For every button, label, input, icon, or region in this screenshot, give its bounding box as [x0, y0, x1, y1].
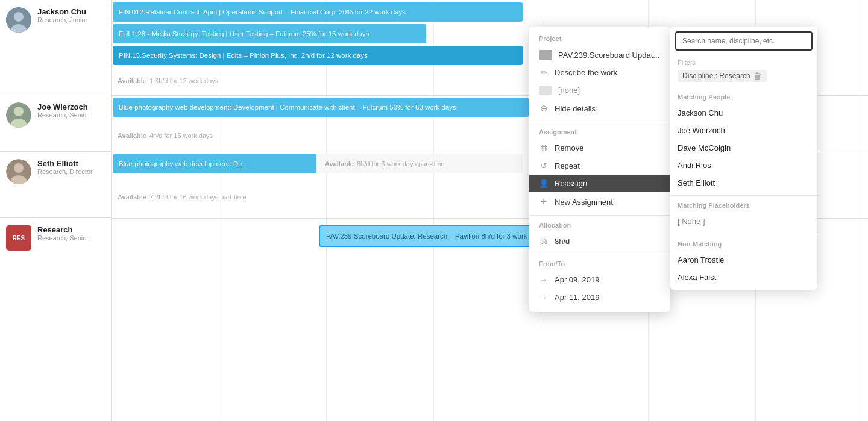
seth-row-blue[interactable]: Blue photography web development: De... — [113, 154, 316, 173]
person-name-jackson: Jackson Chu — [37, 7, 87, 16]
menu-item-describe[interactable]: ✏ Describe the work — [529, 64, 670, 81]
menu-section-project: Project PAV.239.Scoreboard Updat... ✏ De… — [529, 27, 670, 120]
menu-item-project-name[interactable]: PAV.239.Scoreboard Updat... — [529, 46, 670, 64]
non-matching-label: Non-Matching — [670, 238, 817, 251]
svg-point-7 — [14, 163, 24, 173]
menu-label-allocation: 8h/d — [555, 237, 570, 246]
person-icon: 👤 — [539, 179, 549, 188]
non-matching-section: Non-Matching Aaron Trostle Alexa Faist — [670, 234, 817, 290]
menu-divider-2 — [529, 215, 670, 216]
available-label-seth-inline: Available — [325, 160, 354, 167]
available-label-jackson: Available — [118, 77, 146, 84]
person-info-research: Research Research, Senior — [37, 225, 89, 242]
vgrid-7 — [863, 0, 863, 421]
person-option-joe[interactable]: Joe Wierzoch — [670, 122, 817, 139]
allocation-section-label: Allocation — [529, 219, 670, 232]
menu-item-reassign[interactable]: 👤 Reassign — [529, 175, 670, 192]
seth-available-inline: Available 8h/d for 3 work days part-time — [319, 154, 523, 173]
joe-row-blue[interactable]: Blue photography web development: Develo… — [113, 98, 529, 117]
person-info-seth: Seth Elliott Research, Director — [37, 159, 93, 175]
percent-icon: % — [539, 237, 549, 246]
bar-label-research-pav: PAV.239.Scoreboard Update: Research – Pa… — [326, 232, 544, 240]
arrow-to-icon: → — [539, 293, 549, 302]
assignment-section-label: Assignment — [529, 126, 670, 139]
trash-icon: 🗑 — [539, 143, 549, 152]
context-menu: Project PAV.239.Scoreboard Updat... ✏ De… — [529, 27, 670, 312]
project-icon — [539, 50, 552, 60]
menu-section-fromto: From/To → Apr 09, 2019 → Apr 11, 2019 — [529, 255, 670, 312]
available-label-seth: Available — [118, 193, 146, 201]
person-cell-jackson: Jackson Chu Research, Junior — [0, 0, 112, 95]
person-role-research: Research, Senior — [37, 234, 89, 242]
jackson-row-ful[interactable]: FUL1.26 - Media Strategy: Testing | User… — [113, 24, 426, 43]
bar-label-joe-blue: Blue photography web development: Develo… — [119, 104, 456, 111]
menu-label-none: [none] — [558, 86, 580, 95]
available-text-jackson: 1.6h/d for 12 work days — [149, 77, 218, 84]
person-option-seth[interactable]: Seth Elliott — [670, 174, 817, 192]
person-role-jackson: Research, Junior — [37, 16, 87, 23]
available-text-joe: 4h/d for 15 work days — [149, 132, 213, 139]
jackson-available-row: Available 1.6h/d for 12 work days — [112, 67, 224, 94]
plus-icon: + — [539, 196, 549, 207]
matching-placeholders-label: Matching Placeholders — [670, 199, 817, 213]
project-section-label: Project — [529, 33, 670, 46]
menu-section-allocation: Allocation % 8h/d — [529, 217, 670, 252]
menu-item-new-assignment[interactable]: + New Assignment — [529, 192, 670, 211]
person-name-joe: Joe Wierzoch — [37, 102, 89, 111]
schedule-area: Jackson Chu Research, Junior Joe Wierzoc… — [0, 0, 868, 421]
avatar-research: RES — [6, 225, 31, 251]
menu-label-hide: Hide details — [555, 104, 596, 113]
person-cell-research: RES Research Research, Senior — [0, 218, 112, 266]
jackson-row-fin[interactable]: FIN.012.Retainer Contract: April | Opera… — [113, 2, 523, 22]
menu-label-project-name: PAV.239.Scoreboard Updat... — [558, 51, 659, 60]
person-option-jackson[interactable]: Jackson Chu — [670, 104, 817, 122]
fromto-section-label: From/To — [529, 258, 670, 271]
placeholder-option-none[interactable]: [ None ] — [670, 213, 817, 230]
search-input[interactable] — [675, 31, 813, 51]
hide-icon: ⊖ — [539, 103, 549, 114]
avatar-joe — [6, 102, 31, 128]
menu-label-reassign: Reassign — [555, 179, 587, 188]
available-text-seth: 7.2h/d for 16 work days part-time — [149, 193, 247, 201]
filter-tag-discipline[interactable]: Discipline : Research 🗑 — [678, 70, 767, 82]
available-text-seth-inline: 8h/d for 3 work days part-time — [357, 160, 445, 167]
menu-item-repeat[interactable]: ↺ Repeat — [529, 157, 670, 175]
person-name-seth: Seth Elliott — [37, 159, 93, 168]
menu-label-repeat: Repeat — [555, 161, 580, 170]
reassign-panel: Filters Discipline : Research 🗑 Matching… — [670, 27, 817, 290]
jackson-row-pin[interactable]: PIN.15.Security Systems: Design | Edits … — [113, 46, 523, 65]
person-role-seth: Research, Director — [37, 168, 93, 175]
non-matching-aaron[interactable]: Aaron Trostle — [670, 251, 817, 269]
menu-item-none[interactable]: [none] — [529, 81, 670, 99]
person-name-research: Research — [37, 225, 89, 234]
names-column: Jackson Chu Research, Junior Joe Wierzoc… — [0, 0, 112, 421]
menu-item-hide-details[interactable]: ⊖ Hide details — [529, 99, 670, 118]
matching-people-label: Matching People — [670, 91, 817, 104]
menu-label-from-date: Apr 09, 2019 — [555, 275, 599, 284]
filter-tag-label: Discipline : Research — [682, 72, 750, 80]
menu-divider-3 — [529, 254, 670, 254]
svg-point-4 — [14, 107, 24, 116]
joe-available-row: Available 4h/d for 15 work days — [112, 120, 219, 151]
person-role-joe: Research, Senior — [37, 111, 89, 119]
person-info-jackson: Jackson Chu Research, Junior — [37, 7, 87, 23]
matching-placeholders-section: Matching Placeholders [ None ] — [670, 196, 817, 234]
available-label-joe: Available — [118, 132, 146, 139]
bar-label-ful: FUL1.26 - Media Strategy: Testing | User… — [119, 30, 369, 37]
non-matching-alexa[interactable]: Alexa Faist — [670, 269, 817, 286]
filter-remove-icon[interactable]: 🗑 — [753, 72, 762, 80]
search-section — [670, 27, 817, 55]
person-option-dave[interactable]: Dave McColgin — [670, 139, 817, 157]
avatar-jackson — [6, 7, 31, 33]
person-option-andi[interactable]: Andi Rios — [670, 157, 817, 174]
menu-item-to-date[interactable]: → Apr 11, 2019 — [529, 288, 670, 306]
menu-item-remove[interactable]: 🗑 Remove — [529, 139, 670, 157]
menu-section-assignment: Assignment 🗑 Remove ↺ Repeat 👤 Reassign — [529, 123, 670, 214]
menu-label-new-assignment: New Assignment — [555, 198, 613, 207]
menu-label-remove: Remove — [555, 143, 583, 152]
menu-item-allocation[interactable]: % 8h/d — [529, 232, 670, 250]
menu-item-from-date[interactable]: → Apr 09, 2019 — [529, 271, 670, 288]
seth-available-row: Available 7.2h/d for 16 work days part-t… — [112, 177, 253, 217]
matching-people-section: Matching People Jackson Chu Joe Wierzoch… — [670, 87, 817, 195]
svg-point-1 — [14, 12, 24, 22]
